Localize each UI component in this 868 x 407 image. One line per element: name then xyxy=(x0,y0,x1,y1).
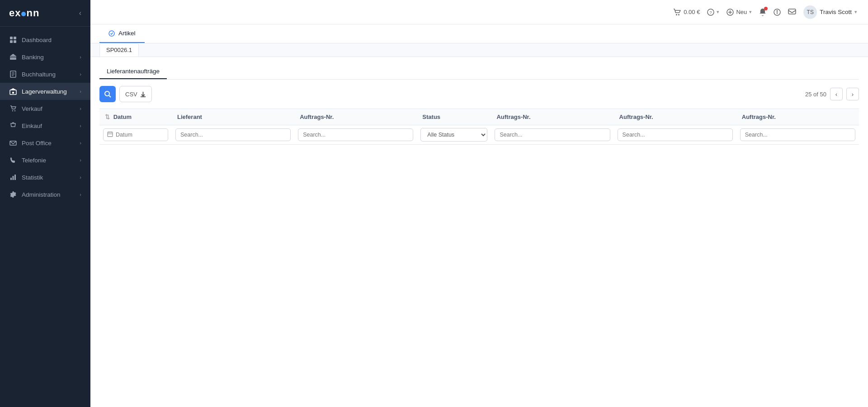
chevron-down-icon: › xyxy=(80,140,81,146)
sidebar-item-label: Administration xyxy=(22,191,80,198)
sidebar-collapse-button[interactable]: ‹ xyxy=(79,9,81,17)
svg-point-14 xyxy=(12,110,13,111)
download-icon xyxy=(140,91,146,97)
column-label: Auftrags-Nr. xyxy=(300,114,334,120)
svg-rect-35 xyxy=(108,132,113,137)
info-icon xyxy=(774,9,781,16)
svg-line-33 xyxy=(109,95,111,97)
column-label: Status xyxy=(422,114,440,120)
svg-rect-17 xyxy=(10,178,12,180)
svg-text:?: ? xyxy=(710,10,712,15)
auftrags-nr-1-filter-input[interactable] xyxy=(298,128,413,141)
chevron-down-icon: › xyxy=(80,54,81,60)
datum-filter-input[interactable] xyxy=(116,132,164,138)
tab-bar: Artikel xyxy=(90,24,868,43)
user-name: Travis Scott xyxy=(820,9,852,15)
svg-point-20 xyxy=(676,14,677,15)
chevron-down-icon: › xyxy=(80,123,81,128)
buchhaltung-icon xyxy=(9,70,17,78)
svg-point-31 xyxy=(109,31,114,36)
next-icon: › xyxy=(852,91,854,98)
sidebar-item-label: Dashboard xyxy=(22,37,81,43)
banking-icon xyxy=(9,53,17,61)
column-label: Datum xyxy=(113,114,132,120)
column-label: Auftrags-Nr. xyxy=(496,114,530,120)
sidebar-item-verkauf[interactable]: Verkauf › xyxy=(0,100,90,117)
sidebar-item-buchhaltung[interactable]: Buchhaltung › xyxy=(0,66,90,83)
post-office-icon xyxy=(9,139,17,147)
sidebar-item-einkauf[interactable]: Einkauf › xyxy=(0,117,90,134)
svg-rect-1 xyxy=(14,37,16,39)
table-filter-row: Alle Status xyxy=(99,125,859,145)
prev-icon: ‹ xyxy=(835,91,837,98)
filter-datum xyxy=(99,125,172,145)
tab-artikel[interactable]: Artikel xyxy=(99,24,145,43)
avatar: TS xyxy=(803,5,817,19)
subtab-sp0026[interactable]: SP0026.1 xyxy=(99,43,139,57)
sidebar-item-administration[interactable]: Administration › xyxy=(0,186,90,203)
sidebar-item-dashboard[interactable]: Dashboard xyxy=(0,31,90,48)
help-icon: ? xyxy=(707,9,714,16)
svg-rect-2 xyxy=(10,40,13,43)
auftrags-nr-2-filter-input[interactable] xyxy=(495,128,610,141)
chevron-down-icon: › xyxy=(80,175,81,180)
verkauf-icon xyxy=(9,104,17,113)
sidebar-item-telefonie[interactable]: Telefonie › xyxy=(0,151,90,169)
sidebar-nav: Dashboard Banking › Buchhaltung › Lagerv… xyxy=(0,27,90,407)
toolbar-right: 25 of 50 ‹ › xyxy=(805,88,859,100)
pagination-prev-button[interactable]: ‹ xyxy=(830,88,843,100)
svg-point-15 xyxy=(14,110,15,111)
header-new-button[interactable]: Neu ▾ xyxy=(726,9,752,16)
sidebar-item-label: Banking xyxy=(22,54,80,61)
column-auftrags-nr-1: Auftrags-Nr. xyxy=(294,109,417,125)
sidebar-item-statistik[interactable]: Statistik › xyxy=(0,169,90,186)
column-status: Status xyxy=(417,109,491,125)
header-messages[interactable] xyxy=(788,9,796,16)
sidebar-item-label: Statistik xyxy=(22,174,80,181)
sidebar-item-post-office[interactable]: Post Office › xyxy=(0,134,90,151)
svg-point-29 xyxy=(777,10,778,11)
new-label: Neu xyxy=(736,9,747,15)
content-area: Artikel SP0026.1 Lieferantenaufträge xyxy=(90,24,868,407)
chevron-down-icon: ▾ xyxy=(749,9,752,15)
auftrags-nr-3-filter-input[interactable] xyxy=(618,128,733,141)
csv-export-button[interactable]: CSV xyxy=(119,86,152,102)
filter-lieferant xyxy=(172,125,294,145)
pagination-next-button[interactable]: › xyxy=(846,88,859,100)
filter-auftrags-nr-3 xyxy=(614,125,736,145)
svg-rect-3 xyxy=(14,40,16,43)
chevron-down-icon: › xyxy=(80,89,81,94)
toolbar: CSV 25 of 50 ‹ › xyxy=(99,86,859,102)
filter-status: Alle Status xyxy=(417,125,491,145)
svg-rect-19 xyxy=(14,175,16,180)
svg-rect-18 xyxy=(13,176,14,180)
main-content: 0.00 € ? ▾ Neu ▾ TS Travis Scott ▾ xyxy=(90,0,868,407)
administration-icon xyxy=(9,190,17,199)
header-bell[interactable] xyxy=(759,8,766,16)
sidebar-item-banking[interactable]: Banking › xyxy=(0,48,90,66)
lieferant-filter-input[interactable] xyxy=(175,128,291,141)
header-user[interactable]: TS Travis Scott ▾ xyxy=(803,5,857,19)
table-container: ⇅ Datum Lieferant Auftrags-Nr. Status xyxy=(99,109,859,145)
sidebar-item-label: Verkauf xyxy=(22,105,80,112)
sidebar-item-label: Telefonie xyxy=(22,157,80,164)
chevron-down-icon: › xyxy=(80,192,81,197)
sidebar-item-label: Lagerverwaltung xyxy=(22,88,80,95)
lieferantenauftraege-table: ⇅ Datum Lieferant Auftrags-Nr. Status xyxy=(99,109,859,145)
header-help[interactable]: ? ▾ xyxy=(707,9,719,16)
auftrags-nr-4-filter-input[interactable] xyxy=(740,128,855,141)
section-tab-label: Lieferantenaufträge xyxy=(107,68,160,75)
filter-auftrags-nr-2 xyxy=(491,125,613,145)
statistik-icon xyxy=(9,173,17,181)
sort-icon[interactable]: ⇅ xyxy=(105,114,110,120)
dashboard-icon xyxy=(9,36,17,44)
subtab-label: SP0026.1 xyxy=(106,47,132,53)
header-info[interactable] xyxy=(774,9,781,16)
section-tabs: Lieferantenaufträge xyxy=(99,64,859,80)
svg-rect-4 xyxy=(10,57,16,57)
header-amount: 0.00 € xyxy=(673,9,700,16)
status-filter-select[interactable]: Alle Status xyxy=(420,128,487,142)
section-tab-lieferantenauftraege[interactable]: Lieferantenaufträge xyxy=(99,64,167,79)
sidebar-item-lagerverwaltung[interactable]: Lagerverwaltung › xyxy=(0,83,90,100)
search-button[interactable] xyxy=(99,86,116,102)
